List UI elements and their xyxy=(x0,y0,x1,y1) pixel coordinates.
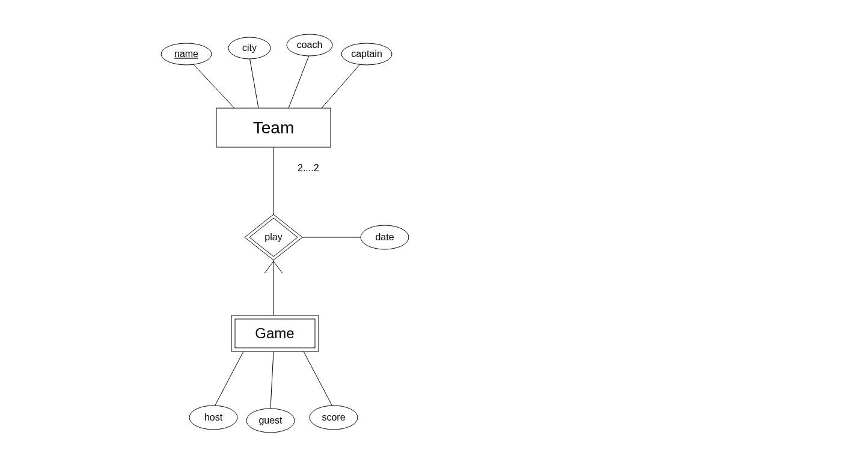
line-game-guest xyxy=(270,351,274,409)
attr-date-label: date xyxy=(375,232,394,242)
attr-host-label: host xyxy=(204,412,223,422)
attr-host: host xyxy=(189,406,237,430)
attr-name: name xyxy=(161,43,212,65)
attr-name-label: name xyxy=(174,49,198,59)
attr-coach-label: coach xyxy=(297,40,323,50)
attr-guest-label: guest xyxy=(258,415,283,425)
cardinality-team-play: 2....2 xyxy=(298,163,319,173)
attr-city-label: city xyxy=(242,43,257,53)
entity-team: Team xyxy=(216,108,331,147)
line-city-team xyxy=(249,57,258,108)
attr-guest: guest xyxy=(246,409,295,433)
line-game-host xyxy=(213,351,243,409)
entity-game-label: Game xyxy=(255,325,294,341)
er-diagram: Team name city coach captain 2....2 play… xyxy=(0,0,868,471)
line-game-score xyxy=(304,351,334,409)
relationship-play: play xyxy=(245,214,302,260)
attr-captain-label: captain xyxy=(351,49,382,59)
attr-city: city xyxy=(228,37,270,59)
attr-score: score xyxy=(310,406,358,430)
line-coach-team xyxy=(289,54,310,108)
attr-date: date xyxy=(361,225,409,249)
attr-captain: captain xyxy=(341,43,392,65)
entity-game: Game xyxy=(231,315,319,351)
entity-team-label: Team xyxy=(253,118,294,137)
line-name-team xyxy=(189,60,234,108)
relationship-play-label: play xyxy=(264,232,282,242)
line-captain-team xyxy=(322,60,364,108)
attr-coach: coach xyxy=(287,34,332,56)
attr-score-label: score xyxy=(322,412,345,422)
